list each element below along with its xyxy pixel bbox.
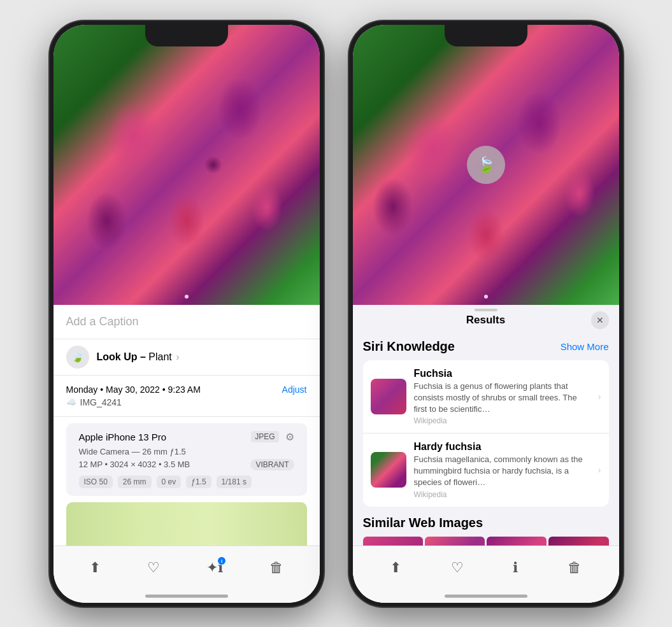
web-images-title: Similar Web Images (363, 516, 609, 530)
home-indicator (145, 595, 228, 598)
vibrant-badge: VIBRANT (250, 459, 294, 470)
shutter-value: 1/181 s (217, 476, 252, 488)
siri-knowledge-title: Siri Knowledge (363, 339, 455, 354)
camera-spec: Wide Camera — 26 mm ƒ1.5 (79, 447, 294, 456)
drag-handle[interactable] (475, 309, 497, 311)
close-button[interactable]: ✕ (591, 311, 609, 329)
hardy-title: Hardy fuchsia (414, 441, 590, 453)
device-info-card: Apple iPhone 13 Pro JPEG ⚙ Wide Camera —… (66, 423, 307, 496)
hardy-description: Fuchsia magellanica, commonly known as t… (414, 454, 590, 489)
photo-date: Monday • May 30, 2022 • 9:23 AM (66, 384, 201, 395)
iso-value: ISO 50 (79, 476, 113, 488)
notch (145, 25, 228, 46)
exif-row: ISO 50 26 mm 0 ev ƒ1.5 1/181 s (79, 476, 294, 488)
knowledge-item-fuchsia[interactable]: Fuchsia Fuchsia is a genus of flowering … (363, 360, 609, 434)
device-name: Apple iPhone 13 Pro (79, 432, 167, 442)
chevron-icon-2: › (598, 465, 601, 475)
siri-knowledge-header: Siri Knowledge Show More (363, 339, 609, 354)
photo-dot-right (484, 295, 488, 299)
right-phone: 🍃 Results ✕ Siri Know (349, 21, 623, 607)
lookup-icon: 🍃 (66, 346, 89, 369)
flower-photo-right[interactable]: 🍃 (353, 25, 619, 305)
fuchsia-description: Fuchsia is a genus of flowering plants t… (414, 381, 590, 416)
photo-metadata: Monday • May 30, 2022 • 9:23 AM Adjust ☁… (54, 376, 320, 417)
fuchsia-text: Fuchsia Fuchsia is a genus of flowering … (414, 368, 590, 426)
hardy-source: Wikipedia (414, 490, 590, 499)
home-indicator-right (445, 595, 527, 598)
knowledge-item-hardy[interactable]: Hardy fuchsia Fuchsia magellanica, commo… (363, 433, 609, 507)
results-header: Results ✕ (353, 305, 619, 335)
show-more-button[interactable]: Show More (561, 341, 609, 352)
results-content[interactable]: Siri Knowledge Show More Fuchsia Fuchsia… (353, 335, 619, 576)
adjust-button[interactable]: Adjust (282, 384, 307, 395)
delete-button[interactable]: 🗑 (269, 560, 283, 576)
info-badge: i (218, 557, 225, 565)
right-screen: 🍃 Results ✕ Siri Know (353, 25, 619, 603)
settings-icon[interactable]: ⚙ (285, 431, 294, 443)
filename: IMG_4241 (80, 397, 122, 407)
photo-dot-indicator (185, 295, 189, 299)
megapixels: 12 MP • 3024 × 4032 • 3.5 MB (79, 460, 190, 469)
aperture-value: ƒ1.5 (186, 476, 211, 488)
lookup-row[interactable]: 🍃 Look Up – Plant › (54, 339, 320, 376)
fuchsia-source: Wikipedia (414, 416, 590, 425)
cloud-icon: ☁️ (66, 397, 76, 407)
fuchsia-title: Fuchsia (414, 368, 590, 379)
left-screen: Add a Caption 🍃 Look Up – Plant › Monday… (54, 25, 320, 603)
jpeg-badge: JPEG (251, 431, 278, 442)
favorite-button-right[interactable]: ♡ (451, 560, 464, 576)
knowledge-card: Fuchsia Fuchsia is a genus of flowering … (363, 360, 609, 507)
ev-value: 0 ev (157, 476, 182, 488)
share-button-right[interactable]: ⬆ (390, 560, 401, 576)
delete-button-right[interactable]: 🗑 (568, 560, 582, 576)
visual-lookup-badge[interactable]: 🍃 (467, 146, 505, 184)
hardy-thumbnail (371, 452, 406, 488)
fuchsia-thumbnail (371, 379, 406, 414)
hardy-text: Hardy fuchsia Fuchsia magellanica, commo… (414, 441, 590, 499)
info-icon-right: ℹ (513, 560, 518, 575)
results-title: Results (466, 314, 505, 327)
notch-right (445, 25, 527, 46)
info-button[interactable]: ✦ℹ i (206, 560, 223, 576)
chevron-icon: › (598, 391, 601, 402)
lookup-label: Look Up – Plant › (97, 351, 180, 363)
focal-value: 26 mm (118, 476, 152, 488)
info-button-right[interactable]: ℹ (513, 560, 518, 576)
caption-input[interactable]: Add a Caption (54, 305, 320, 339)
favorite-button[interactable]: ♡ (147, 560, 160, 576)
left-phone: Add a Caption 🍃 Look Up – Plant › Monday… (50, 21, 324, 607)
flower-photo-left[interactable] (54, 25, 320, 305)
share-button[interactable]: ⬆ (89, 560, 101, 576)
